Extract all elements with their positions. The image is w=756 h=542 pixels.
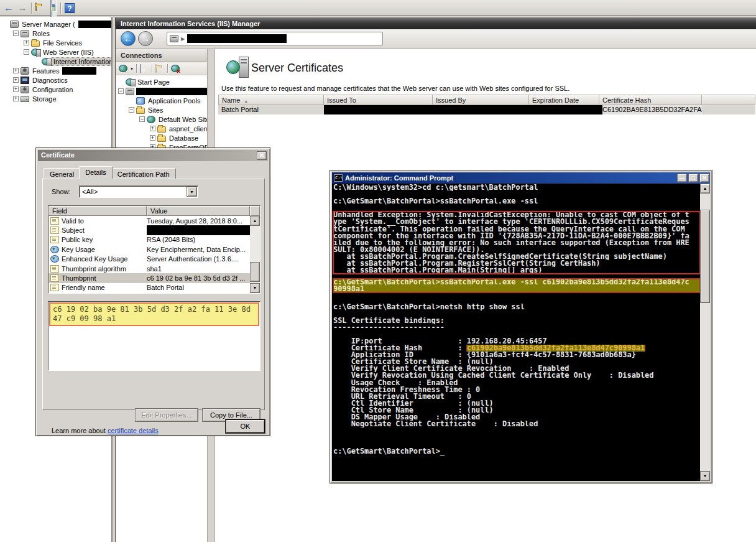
- scroll-down-icon[interactable]: ▼: [700, 471, 710, 481]
- console-line: iled due to the following error: No such…: [333, 240, 700, 246]
- column-header-issued-to[interactable]: Issued To: [324, 95, 433, 105]
- tab-details[interactable]: Details: [79, 166, 113, 179]
- forward-icon[interactable]: →: [17, 3, 27, 13]
- field-row-enhanced-key-usage[interactable]: Enhanced Key UsageServer Authentication …: [48, 255, 260, 264]
- collapse-icon[interactable]: −: [139, 116, 145, 122]
- connections-tree-item-start-page[interactable]: Start Page: [116, 77, 207, 86]
- maximize-icon[interactable]: □: [688, 174, 698, 182]
- server-manager-tree-item-diagnostics[interactable]: +Diagnostics: [0, 75, 111, 85]
- iis-icon: [42, 58, 50, 65]
- connections-tree-item-server[interactable]: −: [116, 86, 207, 96]
- export-folder-icon[interactable]: [35, 3, 47, 13]
- close-icon[interactable]: ✕: [257, 151, 267, 160]
- help-icon[interactable]: ?: [65, 3, 75, 13]
- diagnostics-icon: [21, 77, 29, 84]
- up-icon[interactable]: [155, 65, 164, 73]
- field-value: Batch Portal: [147, 284, 260, 291]
- server-manager-tree-item-web-server-iis[interactable]: −Web Server (IIS): [0, 47, 111, 57]
- console-line: Verify Revocation Using Cached Client Ce…: [333, 372, 700, 379]
- chevron-down-icon[interactable]: ▼: [187, 187, 197, 197]
- column-header-certificate-hash[interactable]: Certificate Hash: [599, 95, 702, 105]
- back-icon[interactable]: ←: [4, 3, 14, 13]
- expand-icon[interactable]: +: [13, 68, 19, 73]
- edit-properties-button[interactable]: Edit Properties...: [135, 408, 198, 422]
- iis-titlebar[interactable]: Internet Information Services (IIS) Mana…: [116, 17, 756, 29]
- console-line: at ssBatchPortal.Program.RegisterSslCert…: [333, 260, 700, 267]
- field-row-public-key[interactable]: Public keyRSA (2048 Bits): [48, 235, 260, 245]
- connections-tree-item-sites[interactable]: −Sites: [116, 105, 207, 114]
- command-prompt-titlebar[interactable]: C:\ Administrator: Command Prompt — □ ✕: [332, 172, 710, 184]
- column-header-issued-by[interactable]: Issued By: [433, 95, 529, 105]
- nav-back-button[interactable]: ←: [121, 31, 136, 46]
- tree-item-label: Start Page: [136, 78, 171, 86]
- server-manager-tree-item-features[interactable]: +Features: [0, 66, 111, 75]
- scroll-down-icon[interactable]: ▼: [250, 283, 260, 293]
- collapse-icon[interactable]: −: [129, 107, 134, 113]
- server-icon: [170, 35, 178, 42]
- ok-button[interactable]: OK: [226, 419, 265, 433]
- tree-item-label: aspnet_client: [168, 125, 207, 133]
- field-row-key-usage[interactable]: Key UsageKey Encipherment, Data Encip...: [48, 245, 260, 254]
- tab-general[interactable]: General: [44, 168, 80, 179]
- field-row-valid-to[interactable]: Valid toTuesday, August 28, 2018 8:0...: [48, 216, 260, 225]
- column-header-name[interactable]: Name▲: [218, 95, 324, 105]
- web-server-icon: [31, 49, 40, 56]
- connect-icon[interactable]: [119, 65, 127, 73]
- field-value: sha1: [147, 265, 260, 273]
- tab-certification-path[interactable]: Certification Path: [111, 168, 176, 179]
- expand-icon[interactable]: +: [24, 40, 29, 45]
- connections-tree-item-aspnet-client[interactable]: +aspnet_client: [116, 124, 207, 133]
- save-icon[interactable]: [140, 65, 149, 73]
- scroll-up-icon[interactable]: ▲: [700, 184, 710, 194]
- server-manager-tree-item-roles[interactable]: −Roles: [0, 29, 111, 38]
- scrollbar-thumb[interactable]: [700, 210, 710, 303]
- expand-icon[interactable]: +: [150, 135, 155, 141]
- certificate-dialog-titlebar[interactable]: Certificate ✕: [38, 150, 268, 161]
- field-row-thumbprint[interactable]: Thumbprintc6 19 02 ba 9e 81 3b 5d d3 2f …: [48, 273, 260, 283]
- field-row-thumbprint-algorithm[interactable]: Thumbprint algorithmsha1: [48, 264, 260, 273]
- collapse-icon[interactable]: −: [13, 30, 19, 36]
- certificate-details-link[interactable]: certificate details: [108, 427, 159, 434]
- tree-item-label: Application Pools: [147, 97, 201, 105]
- breadcrumb-arrow-icon: ▶: [181, 36, 185, 42]
- scrollbar-thumb[interactable]: [250, 262, 260, 282]
- connections-tree-item-application-pools[interactable]: Application Pools: [116, 96, 207, 105]
- server-manager-tree-item-internet-information-se[interactable]: Internet Information Se: [0, 57, 111, 66]
- server-manager-tree-item-server-manager[interactable]: Server Manager (: [0, 19, 111, 29]
- nav-forward-button[interactable]: →: [138, 31, 153, 46]
- delete-connection-icon[interactable]: [171, 65, 180, 73]
- field-row-friendly-name[interactable]: Friendly nameBatch Portal: [48, 283, 260, 292]
- collapse-icon[interactable]: −: [24, 49, 29, 55]
- expand-icon[interactable]: +: [13, 77, 19, 83]
- server-manager-tree-item-storage[interactable]: +Storage: [0, 94, 111, 103]
- expand-icon[interactable]: +: [150, 126, 155, 131]
- console-scrollbar[interactable]: ▲ ▼: [700, 184, 710, 481]
- connect-dropdown-icon[interactable]: ▾: [131, 66, 133, 72]
- expand-icon[interactable]: +: [13, 96, 19, 101]
- features-icon: [21, 67, 29, 75]
- server-manager-tree-item-file-services[interactable]: +File Services: [0, 38, 111, 47]
- scroll-up-icon[interactable]: ▲: [250, 216, 260, 226]
- column-value[interactable]: Value: [147, 206, 250, 216]
- expand-icon[interactable]: +: [13, 86, 19, 92]
- connections-tree-item-default-web-site[interactable]: −Default Web Site: [116, 114, 207, 124]
- server-manager-tree-item-configuration[interactable]: +Configuration: [0, 85, 111, 94]
- column-header-blank[interactable]: [702, 95, 755, 105]
- page-title: Server Certificates: [251, 62, 343, 75]
- console-line: URL Retrieval Timeout : 0: [333, 393, 700, 400]
- show-dropdown[interactable]: <All> ▼: [79, 185, 198, 198]
- connections-tree-item-database[interactable]: +Database: [116, 133, 207, 143]
- table-row[interactable]: Batch Portal C61902BA9E813B5DD32FA2FA1..…: [218, 105, 755, 114]
- fields-list-scrollbar[interactable]: ▲ ▼: [250, 216, 260, 293]
- tree-item-label: Database: [168, 134, 200, 142]
- field-name: Enhanced Key Usage: [62, 255, 127, 263]
- collapse-icon[interactable]: −: [118, 88, 124, 94]
- minimize-icon[interactable]: —: [677, 174, 687, 182]
- column-field[interactable]: Field: [48, 206, 147, 216]
- address-bar[interactable]: ▶: [167, 32, 383, 45]
- field-value-textarea[interactable]: c6 19 02 ba 9e 81 3b 5d d3 2f a2 fa 11 3…: [48, 301, 260, 371]
- close-icon[interactable]: ✕: [699, 174, 709, 182]
- column-header-expiration-date[interactable]: Expiration Date: [529, 95, 599, 105]
- tree-item-label: Configuration: [31, 86, 74, 93]
- field-row-subject[interactable]: Subject: [48, 225, 260, 235]
